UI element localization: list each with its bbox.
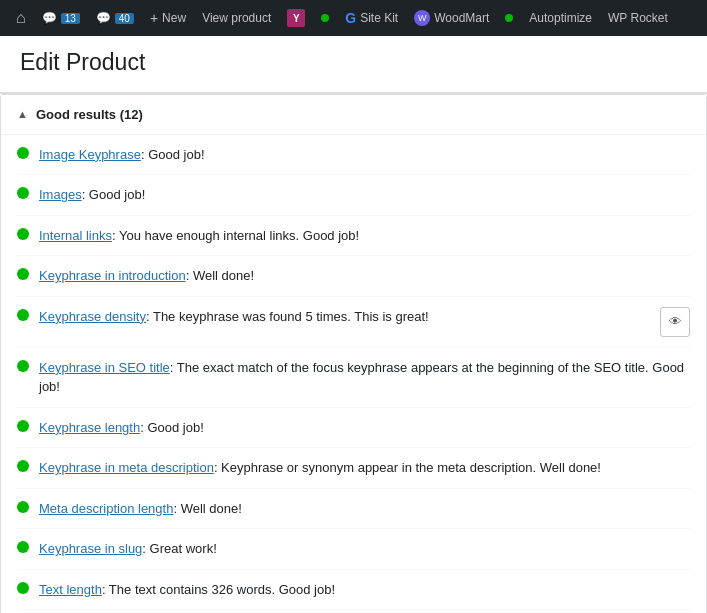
result-item-keyphrase-density: Keyphrase density: The keyphrase was fou…	[17, 297, 690, 348]
yoast-icon: Y	[287, 9, 305, 27]
admin-bar-wp[interactable]: ⌂	[8, 0, 34, 36]
result-item-text-length: Text length: The text contains 326 words…	[17, 570, 690, 611]
green-dot-internal-links	[17, 228, 29, 240]
result-item-image-keyphrase: Image Keyphrase: Good job!	[17, 135, 690, 176]
result-text-keyphrase-meta: Keyphrase in meta description: Keyphrase…	[39, 458, 690, 478]
admin-bar-site-kit[interactable]: G Site Kit	[337, 0, 406, 36]
woodmart-label: WoodMart	[434, 11, 489, 25]
result-link-image-keyphrase[interactable]: Image Keyphrase	[39, 147, 141, 162]
draft-icon: 💬	[96, 11, 111, 25]
result-text-internal-links: Internal links: You have enough internal…	[39, 226, 690, 246]
green-dot-keyphrase-meta	[17, 460, 29, 472]
green-dot-text-length	[17, 582, 29, 594]
admin-bar-drafts[interactable]: 💬 40	[88, 0, 142, 36]
woodmart-icon: W	[414, 10, 430, 26]
chevron-up-icon: ▲	[17, 108, 28, 120]
result-item-internal-links: Internal links: You have enough internal…	[17, 216, 690, 257]
g-icon: G	[345, 10, 356, 26]
result-text-keyphrase-length: Keyphrase length: Good job!	[39, 418, 690, 438]
result-link-internal-links[interactable]: Internal links	[39, 228, 112, 243]
comment-count: 13	[61, 13, 80, 24]
green-dot-image-keyphrase	[17, 147, 29, 159]
admin-bar: ⌂ 💬 13 💬 40 + New View product Y G Site …	[0, 0, 707, 36]
result-item-meta-description-length: Meta description length: Well done!	[17, 489, 690, 530]
good-results-title: Good results (12)	[36, 107, 143, 122]
result-link-keyphrase-slug[interactable]: Keyphrase in slug	[39, 541, 142, 556]
eye-icon: 👁	[669, 314, 682, 329]
admin-bar-comments[interactable]: 💬 13	[34, 0, 88, 36]
result-link-images[interactable]: Images	[39, 187, 82, 202]
admin-bar-wp-rocket[interactable]: WP Rocket	[600, 0, 676, 36]
result-item-keyphrase-meta: Keyphrase in meta description: Keyphrase…	[17, 448, 690, 489]
admin-bar-view-product[interactable]: View product	[194, 0, 279, 36]
new-label: New	[162, 11, 186, 25]
comment-icon: 💬	[42, 11, 57, 25]
green-dot-keyphrase-slug	[17, 541, 29, 553]
result-text-keyphrase-introduction: Keyphrase in introduction: Well done!	[39, 266, 690, 286]
autoptimize-label: Autoptimize	[529, 11, 592, 25]
result-link-keyphrase-meta[interactable]: Keyphrase in meta description	[39, 460, 214, 475]
plus-icon: +	[150, 10, 158, 26]
eye-button-keyphrase-density[interactable]: 👁	[660, 307, 690, 337]
result-link-keyphrase-length[interactable]: Keyphrase length	[39, 420, 140, 435]
main-content: ▲ Good results (12) Image Keyphrase: Goo…	[0, 93, 707, 613]
good-results-header[interactable]: ▲ Good results (12)	[1, 95, 706, 135]
result-text-text-length: Text length: The text contains 326 words…	[39, 580, 690, 600]
view-product-label: View product	[202, 11, 271, 25]
result-text-keyphrase-seo-title: Keyphrase in SEO title: The exact match …	[39, 358, 690, 397]
page-title: Edit Product	[20, 48, 687, 78]
result-link-keyphrase-density[interactable]: Keyphrase density	[39, 309, 146, 324]
result-text-images: Images: Good job!	[39, 185, 690, 205]
result-item-keyphrase-length: Keyphrase length: Good job!	[17, 408, 690, 449]
admin-bar-dot2	[497, 0, 521, 36]
admin-bar-new[interactable]: + New	[142, 0, 194, 36]
result-link-keyphrase-introduction[interactable]: Keyphrase in introduction	[39, 268, 186, 283]
status-dot-green	[321, 14, 329, 22]
result-link-text-length[interactable]: Text length	[39, 582, 102, 597]
green-dot-keyphrase-density	[17, 309, 29, 321]
result-text-image-keyphrase: Image Keyphrase: Good job!	[39, 145, 690, 165]
seo-section: ▲ Good results (12) Image Keyphrase: Goo…	[0, 94, 707, 613]
result-item-keyphrase-slug: Keyphrase in slug: Great work!	[17, 529, 690, 570]
page-header: Edit Product	[0, 36, 707, 93]
result-link-meta-description-length[interactable]: Meta description length	[39, 501, 173, 516]
admin-bar-woodmart[interactable]: W WoodMart	[406, 0, 497, 36]
green-dot-keyphrase-length	[17, 420, 29, 432]
result-link-keyphrase-seo-title[interactable]: Keyphrase in SEO title	[39, 360, 170, 375]
result-text-keyphrase-slug: Keyphrase in slug: Great work!	[39, 539, 690, 559]
green-dot-images	[17, 187, 29, 199]
result-text-keyphrase-density: Keyphrase density: The keyphrase was fou…	[39, 307, 650, 327]
green-dot-meta-description-length	[17, 501, 29, 513]
result-text-meta-description-length: Meta description length: Well done!	[39, 499, 690, 519]
result-item-keyphrase-introduction: Keyphrase in introduction: Well done!	[17, 256, 690, 297]
admin-bar-dot1	[313, 0, 337, 36]
result-item-keyphrase-seo-title: Keyphrase in SEO title: The exact match …	[17, 348, 690, 408]
results-list: Image Keyphrase: Good job!Images: Good j…	[1, 135, 706, 613]
wp-rocket-label: WP Rocket	[608, 11, 668, 25]
site-kit-label: Site Kit	[360, 11, 398, 25]
status-dot-green-2	[505, 14, 513, 22]
result-item-images: Images: Good job!	[17, 175, 690, 216]
green-dot-keyphrase-introduction	[17, 268, 29, 280]
draft-count: 40	[115, 13, 134, 24]
admin-bar-autoptimize[interactable]: Autoptimize	[521, 0, 600, 36]
admin-bar-yoast[interactable]: Y	[279, 0, 313, 36]
green-dot-keyphrase-seo-title	[17, 360, 29, 372]
